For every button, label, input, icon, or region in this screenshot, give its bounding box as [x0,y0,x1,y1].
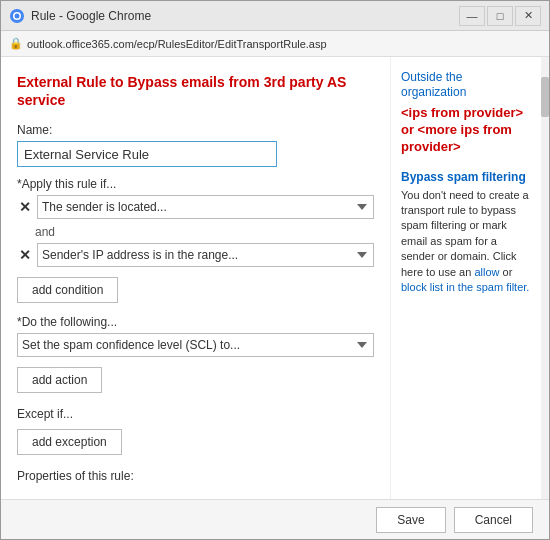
window-controls: — □ ✕ [459,6,541,26]
bypass-description: You don't need to create a transport rul… [401,189,529,278]
lock-icon: 🔒 [9,37,23,50]
and-label: and [35,225,374,239]
chrome-icon [9,8,25,24]
block-list-link[interactable]: block list in the spam filter. [401,281,529,293]
do-following-label: *Do the following... [17,315,374,329]
remove-condition-1-button[interactable]: ✕ [17,200,33,214]
allow-link[interactable]: allow [474,266,499,278]
bypass-heading[interactable]: Bypass spam filtering [401,170,531,184]
footer: Save Cancel [1,499,549,539]
minimize-button[interactable]: — [459,6,485,26]
title-bar: Rule - Google Chrome — □ ✕ [1,1,549,31]
side-panel: Outside the organization <ips from provi… [391,57,541,499]
condition-row-2: ✕ Sender's IP address is in the range... [17,243,374,267]
bypass-text: You don't need to create a transport rul… [401,188,531,296]
scrollbar[interactable] [541,57,549,499]
close-button[interactable]: ✕ [515,6,541,26]
add-exception-button[interactable]: add exception [17,429,122,455]
window-title: Rule - Google Chrome [31,9,459,23]
save-button[interactable]: Save [376,507,445,533]
scrollbar-thumb [541,77,549,117]
address-text: outlook.office365.com/ecp/RulesEditor/Ed… [27,38,541,50]
remove-condition-2-button[interactable]: ✕ [17,248,33,262]
svg-point-2 [15,13,20,18]
apply-rule-label: *Apply this rule if... [17,177,374,191]
action-row: Set the spam confidence level (SCL) to..… [17,333,374,357]
add-condition-button[interactable]: add condition [17,277,118,303]
content-area: External Rule to Bypass emails from 3rd … [1,57,541,499]
or-text: or [503,266,513,278]
outside-org-link[interactable]: Outside the organization [401,70,466,99]
window: Rule - Google Chrome — □ ✕ 🔒 outlook.off… [0,0,550,540]
maximize-button[interactable]: □ [487,6,513,26]
page-title: External Rule to Bypass emails from 3rd … [17,73,374,109]
action-1-select[interactable]: Set the spam confidence level (SCL) to..… [17,333,374,357]
condition-row-1: ✕ The sender is located... [17,195,374,219]
name-label: Name: [17,123,374,137]
main-panel: External Rule to Bypass emails from 3rd … [1,57,391,499]
properties-label: Properties of this rule: [17,469,374,483]
ips-text: <ips from provider> or <more ips from pr… [401,105,531,156]
except-if-label: Except if... [17,407,374,421]
condition-2-select[interactable]: Sender's IP address is in the range... [37,243,374,267]
add-action-button[interactable]: add action [17,367,102,393]
cancel-button[interactable]: Cancel [454,507,533,533]
name-input[interactable] [17,141,277,167]
condition-1-select[interactable]: The sender is located... [37,195,374,219]
address-bar: 🔒 outlook.office365.com/ecp/RulesEditor/… [1,31,549,57]
